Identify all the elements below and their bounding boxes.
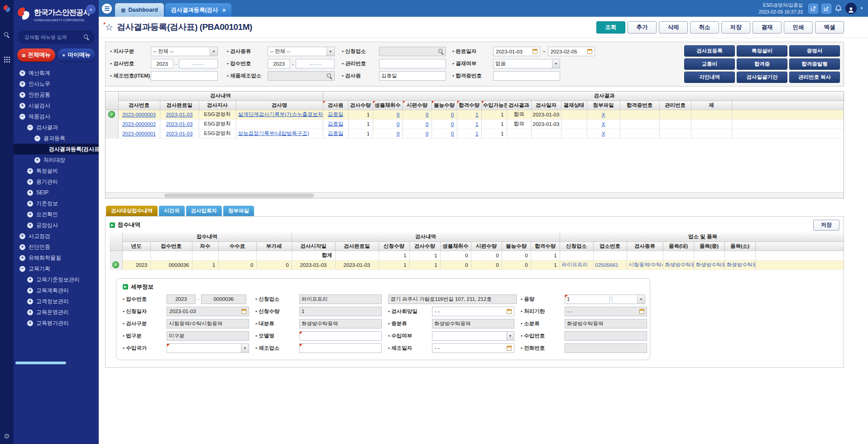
fail-count-link[interactable]: 0 bbox=[451, 112, 454, 117]
menu-scrollbar[interactable] bbox=[15, 362, 66, 364]
fail-count-link[interactable]: 0 bbox=[451, 131, 454, 136]
toolbar-button[interactable]: 결재 bbox=[753, 21, 782, 34]
expand-icon[interactable]: − bbox=[34, 135, 40, 141]
inspection-gubun-input[interactable] bbox=[167, 319, 249, 328]
expand-icon[interactable]: + bbox=[19, 103, 25, 109]
inspector-link[interactable]: 김종일 bbox=[328, 111, 344, 117]
expand-icon[interactable]: − bbox=[27, 125, 33, 130]
open-window-icon[interactable] bbox=[808, 4, 818, 14]
column-header[interactable]: 검사수량 bbox=[409, 241, 440, 251]
sidebar-item[interactable]: + 고객정보관리 bbox=[14, 296, 99, 307]
filter-action-button[interactable]: 검사표등록 bbox=[684, 45, 735, 57]
expand-icon[interactable]: + bbox=[19, 81, 25, 87]
filter-action-button[interactable]: 증명서 bbox=[789, 45, 840, 57]
expand-icon[interactable]: + bbox=[27, 190, 33, 196]
specimen-count-link[interactable]: 0 bbox=[426, 112, 428, 117]
settings-gear-icon[interactable]: ⚙ bbox=[0, 432, 14, 440]
column-header[interactable]: 검사지사 bbox=[199, 101, 236, 110]
inspection-name-link[interactable]: 성능검정기록부(내압방폭구조) bbox=[238, 130, 309, 136]
inspection-no-link[interactable]: 2023-0000003 bbox=[122, 112, 156, 117]
toolbar-button[interactable]: 추가 bbox=[628, 21, 657, 34]
sidebar-item[interactable]: − 검사결과 bbox=[14, 122, 99, 133]
column-header[interactable]: 첨부파일 bbox=[587, 101, 620, 110]
column-header[interactable]: 불능수량 bbox=[502, 241, 531, 251]
calendar-icon[interactable] bbox=[639, 309, 644, 314]
calendar-icon[interactable] bbox=[587, 49, 592, 54]
maker-input[interactable] bbox=[268, 71, 335, 81]
column-header[interactable]: 검사수량 bbox=[348, 101, 373, 110]
inspection-no-link[interactable]: 2023-0000001 bbox=[122, 131, 156, 136]
sidebar-item[interactable]: + 요건확인 bbox=[14, 209, 99, 220]
sidebar-item[interactable]: − 교육기획 bbox=[14, 263, 99, 274]
sidebar-item[interactable]: + 예산회계 bbox=[14, 68, 99, 78]
sidebar-item[interactable]: + 특정설비 bbox=[14, 165, 99, 176]
toolbar-button[interactable]: 취소 bbox=[690, 21, 719, 34]
column-header[interactable]: 수수료 bbox=[218, 241, 256, 251]
sidebar-item[interactable]: + 처리대장 bbox=[14, 154, 99, 165]
expand-icon[interactable]: + bbox=[19, 70, 25, 76]
expand-icon[interactable]: + bbox=[27, 222, 33, 228]
column-header[interactable]: 신청수량 bbox=[379, 241, 409, 251]
expand-icon[interactable]: + bbox=[27, 309, 33, 315]
hope-date-field[interactable]: - - bbox=[432, 307, 514, 316]
search-icon[interactable] bbox=[84, 34, 89, 40]
sample-count-link[interactable]: 0 bbox=[397, 121, 399, 127]
column-header[interactable]: 품목(중) bbox=[694, 241, 724, 251]
toolbar-button[interactable]: 저장 bbox=[721, 21, 750, 34]
branch-select[interactable]: -- 전체 -- ▼ bbox=[151, 47, 218, 56]
calendar-icon[interactable] bbox=[507, 309, 512, 314]
rail-search-icon[interactable] bbox=[3, 31, 11, 39]
tab[interactable]: ▦ 검사결과등록(검사 × bbox=[165, 3, 232, 17]
column-header[interactable]: 부가세 bbox=[256, 241, 292, 251]
detail-tab[interactable]: 검사입회자 bbox=[186, 206, 222, 216]
apply-date-field[interactable]: 2023-01-03 bbox=[167, 307, 249, 316]
column-header[interactable]: 품목(대) bbox=[663, 241, 694, 251]
column-header[interactable]: 품목(소) bbox=[724, 241, 755, 251]
inspector-link[interactable]: 김종일 bbox=[328, 121, 344, 126]
sidebar-item[interactable]: − 결과등록 bbox=[14, 133, 99, 144]
column-header[interactable]: 검사시작일 bbox=[292, 241, 335, 251]
calendar-icon[interactable] bbox=[532, 49, 537, 54]
fail-count-link[interactable]: 0 bbox=[451, 121, 454, 127]
specimen-count-link[interactable]: 0 bbox=[426, 131, 428, 136]
sidebar-item[interactable]: + 공장심사 bbox=[14, 220, 99, 231]
filter-action-button[interactable]: 교통비 bbox=[684, 58, 735, 70]
receipt-save-button[interactable]: 저장 bbox=[813, 220, 839, 231]
column-header[interactable]: 년도 bbox=[122, 241, 150, 251]
column-header[interactable]: 신청업소 bbox=[560, 241, 593, 251]
sidebar-item[interactable]: + 사고점검 bbox=[14, 231, 99, 241]
filter-action-button[interactable]: 특정설비 bbox=[737, 45, 787, 57]
manufacturer-input[interactable] bbox=[299, 343, 382, 353]
deadline-field[interactable]: - - bbox=[565, 307, 647, 316]
attachment-link[interactable]: X bbox=[602, 131, 605, 136]
item-no-input[interactable] bbox=[151, 71, 218, 81]
attachment-link[interactable]: X bbox=[602, 121, 605, 127]
inspection-row[interactable]: ✓ 2023-0000001 2023-01-03 ESG경영처 성능검정기록부… bbox=[106, 129, 844, 138]
pass-count-link[interactable]: 1 bbox=[475, 112, 478, 117]
notification-bell-icon[interactable] bbox=[834, 5, 842, 12]
column-header[interactable]: 시편수량 bbox=[471, 241, 502, 251]
pass-count-link[interactable]: 1 bbox=[475, 131, 478, 136]
column-header[interactable]: 검사결과 bbox=[507, 101, 531, 110]
filter-action-button[interactable]: 각인내역 bbox=[684, 72, 735, 83]
toolbar-button[interactable]: 삭제 bbox=[659, 21, 688, 34]
column-header[interactable]: 검사종류 bbox=[627, 241, 663, 251]
category-small-input[interactable] bbox=[565, 319, 647, 328]
horizontal-scrollbar[interactable] bbox=[106, 192, 844, 198]
apply-qty-input[interactable] bbox=[299, 307, 382, 316]
column-header[interactable]: 샘플채취수 bbox=[440, 241, 471, 251]
sample-count-link[interactable]: 0 bbox=[397, 131, 399, 136]
chevron-down-icon[interactable]: ▼ bbox=[860, 6, 863, 10]
filter-action-button[interactable]: 관리번호 복사 bbox=[789, 72, 840, 83]
inspector-input[interactable] bbox=[379, 71, 446, 81]
toolbar-button[interactable]: 인쇄 bbox=[784, 21, 813, 34]
detail-tab[interactable]: 시간외 bbox=[159, 206, 185, 216]
inspection-row[interactable]: ✓ 2023-0000002 2023-01-03 ESG경영처 김종일 1 0… bbox=[106, 119, 844, 129]
column-header[interactable]: 검사완료일 bbox=[335, 241, 379, 251]
applicant-input[interactable] bbox=[379, 47, 446, 56]
scrollbar-thumb[interactable] bbox=[164, 193, 314, 198]
complete-date-link[interactable]: 2023-01-03 bbox=[166, 112, 193, 117]
inspector-link[interactable]: 김종일 bbox=[328, 130, 344, 136]
sidebar-item[interactable]: 검사결과등록(검사표) bbox=[14, 144, 99, 154]
column-header[interactable]: 합격증번호 bbox=[620, 101, 659, 110]
